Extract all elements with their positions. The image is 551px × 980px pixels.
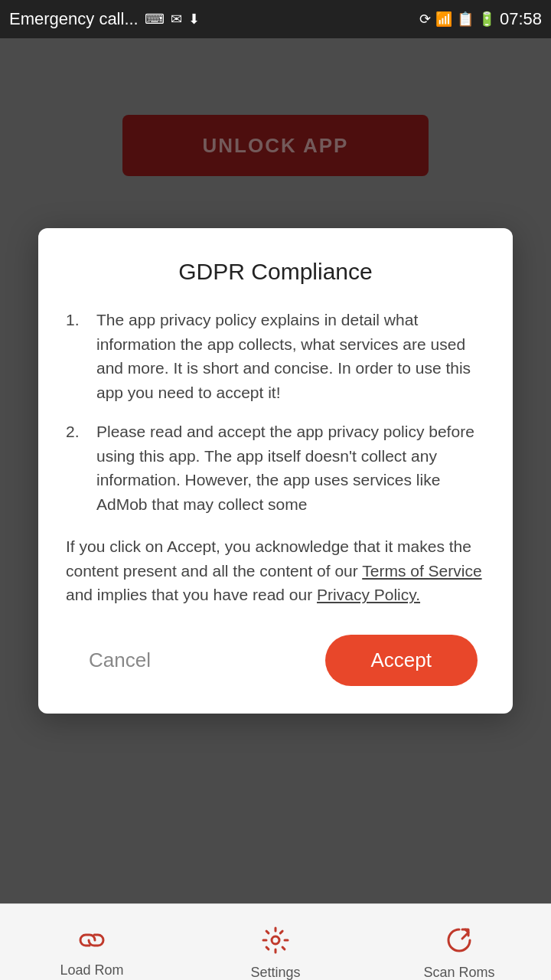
modal-actions: Cancel Accept <box>66 635 485 686</box>
modal-list: 1. The app privacy policy explains in de… <box>66 308 485 516</box>
rotate-icon: ⟳ <box>419 11 431 28</box>
bottom-nav: Load Rom Settings Scan Roms <box>0 903 551 980</box>
privacy-policy-link[interactable]: Privacy Policy. <box>317 586 420 603</box>
emergency-call-text: Emergency call... <box>9 9 139 29</box>
scan-roms-label: Scan Roms <box>423 965 494 980</box>
scan-roms-icon <box>445 926 473 960</box>
settings-label: Settings <box>250 965 300 980</box>
list-num-2: 2. <box>66 420 87 516</box>
cancel-button[interactable]: Cancel <box>73 641 166 680</box>
mail-icon: ✉ <box>171 11 182 28</box>
nav-settings[interactable]: Settings <box>184 926 367 980</box>
svg-point-0 <box>272 936 279 944</box>
battery-icon: 🔋 <box>478 11 495 28</box>
footer-part2: and implies that you have read our <box>66 586 317 603</box>
accept-button[interactable]: Accept <box>325 635 478 686</box>
sim-icon: 📋 <box>457 11 474 28</box>
modal-body: 1. The app privacy policy explains in de… <box>66 308 485 607</box>
modal-overlay: GDPR Compliance 1. The app privacy polic… <box>0 38 551 903</box>
status-left: Emergency call... ⌨ ✉ ⬇ <box>9 9 200 29</box>
settings-icon <box>262 926 289 960</box>
list-num-1: 1. <box>66 308 87 404</box>
download-icon: ⬇ <box>188 11 200 28</box>
list-item-1: 1. The app privacy policy explains in de… <box>66 308 485 404</box>
clock: 07:58 <box>500 9 542 29</box>
list-text-1: The app privacy policy explains in detai… <box>96 308 485 404</box>
modal-footer-text: If you click on Accept, you acknowledge … <box>66 534 485 607</box>
gdpr-modal: GDPR Compliance 1. The app privacy polic… <box>38 228 513 714</box>
list-text-2: Please read and accept the app privacy p… <box>96 420 485 516</box>
link-icon <box>78 929 106 958</box>
load-rom-label: Load Rom <box>60 962 123 978</box>
nav-load-rom[interactable]: Load Rom <box>0 929 184 978</box>
modal-title: GDPR Compliance <box>66 259 485 285</box>
status-bar: Emergency call... ⌨ ✉ ⬇ ⟳ 📶 📋 🔋 07:58 <box>0 0 551 38</box>
nav-scan-roms[interactable]: Scan Roms <box>367 926 551 980</box>
terms-of-service-link[interactable]: Terms of Service <box>362 562 481 580</box>
app-background: UNLOCK APP GDPR Compliance 1. The app pr… <box>0 38 551 903</box>
keyboard-icon: ⌨ <box>145 11 165 28</box>
status-icons-right: ⟳ 📶 📋 🔋 07:58 <box>419 9 542 29</box>
list-item-2: 2. Please read and accept the app privac… <box>66 420 485 516</box>
wifi-icon: 📶 <box>435 11 452 28</box>
